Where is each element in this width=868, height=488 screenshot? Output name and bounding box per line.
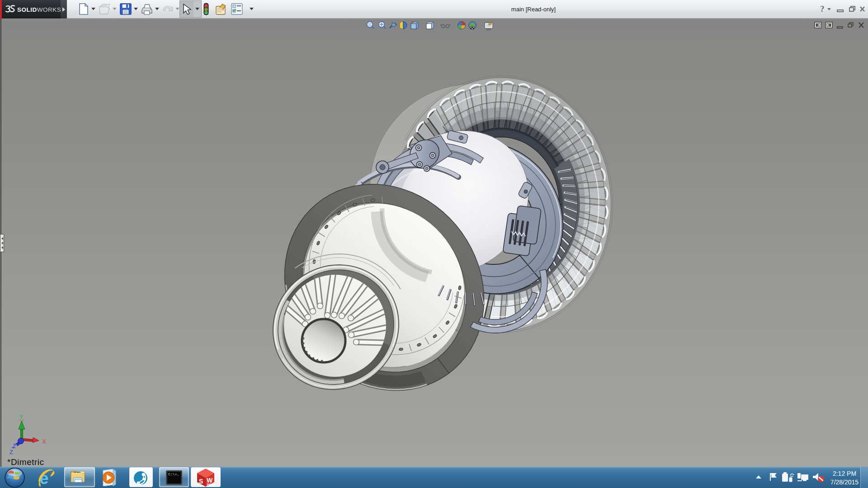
svg-text:Y: Y [19,413,24,420]
svg-text:S: S [199,478,203,485]
svg-text:7/28/2015: 7/28/2015 [830,479,859,486]
svg-text:C:\>_: C:\>_ [168,472,179,476]
svg-text:2015: 2015 [207,483,215,487]
svg-text:2:12 PM: 2:12 PM [833,470,856,477]
svg-text:SOLIDWORKS: SOLIDWORKS [17,6,61,13]
svg-text:?: ? [820,4,825,14]
svg-text:Z: Z [9,449,13,455]
svg-text:X: X [42,438,47,445]
